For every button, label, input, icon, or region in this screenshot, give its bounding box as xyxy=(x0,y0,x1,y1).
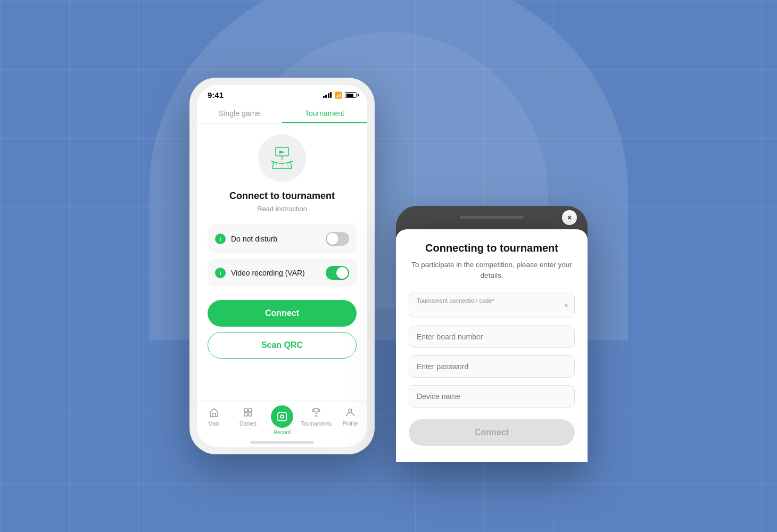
svg-rect-7 xyxy=(244,409,247,412)
home-indicator xyxy=(197,437,367,447)
device-name-field-wrap xyxy=(409,385,575,408)
tournaments-icon xyxy=(309,405,323,419)
modal-phone: × Connecting to tournament To participat… xyxy=(396,206,588,462)
tournament-icon-wrap xyxy=(258,134,306,182)
svg-point-13 xyxy=(349,409,352,412)
video-recording-toggle[interactable] xyxy=(326,266,349,280)
password-field-wrap xyxy=(409,355,575,378)
do-not-disturb-label: Do not disturb xyxy=(231,235,320,243)
nav-main[interactable]: Main xyxy=(197,405,231,435)
board-number-field-wrap xyxy=(409,326,575,348)
modal-dark-header: × xyxy=(396,206,588,229)
wifi-icon: 📶 xyxy=(334,92,342,99)
modal-notch xyxy=(460,216,524,219)
home-icon xyxy=(207,405,221,419)
tournament-illustration xyxy=(266,142,298,174)
nav-games[interactable]: Games xyxy=(231,405,265,435)
svg-line-4 xyxy=(276,162,277,169)
nav-main-label: Main xyxy=(208,421,220,427)
svg-rect-9 xyxy=(244,413,247,416)
status-icons: 📶 xyxy=(323,92,357,99)
tab-tournament[interactable]: Tournament xyxy=(282,103,367,123)
info-icon-2: i xyxy=(215,268,226,278)
svg-marker-1 xyxy=(279,151,285,154)
device-name-input[interactable] xyxy=(409,385,575,408)
nav-tournaments-label: Tournaments xyxy=(301,421,332,427)
record-icon xyxy=(271,405,293,428)
svg-point-12 xyxy=(280,415,284,418)
svg-rect-10 xyxy=(249,413,252,416)
video-recording-row: i Video recording (VAR) xyxy=(208,259,357,287)
read-instruction: Read instruction xyxy=(257,205,307,213)
nav-tournaments[interactable]: Tournaments xyxy=(299,405,333,435)
profile-icon xyxy=(343,405,357,419)
tab-bar: Single game Tournament xyxy=(197,103,367,123)
modal-content: Connecting to tournament To participate … xyxy=(396,229,588,462)
password-input[interactable] xyxy=(409,355,575,378)
games-icon xyxy=(241,405,255,419)
phone-1: 9:41 📶 Single game Tourn xyxy=(189,78,375,454)
tournament-code-input-box[interactable]: Tournament connection code* xyxy=(409,293,575,318)
info-icon-1: i xyxy=(215,234,226,244)
tournament-code-field-wrap: Tournament connection code* × xyxy=(409,293,575,318)
status-bar: 9:41 📶 xyxy=(197,85,367,103)
video-recording-label: Video recording (VAR) xyxy=(231,269,320,277)
status-time: 9:41 xyxy=(208,90,224,99)
tournament-code-input[interactable] xyxy=(417,305,539,313)
nav-profile[interactable]: Profile xyxy=(333,405,367,435)
svg-rect-8 xyxy=(249,409,252,412)
svg-rect-11 xyxy=(278,412,286,421)
input-clear-icon[interactable]: × xyxy=(564,301,568,310)
modal-connect-button[interactable]: Connect xyxy=(409,419,575,446)
modal-close-button[interactable]: × xyxy=(562,210,577,225)
modal-title: Connecting to tournament xyxy=(409,242,575,254)
connect-title: Connect to tournament xyxy=(229,190,335,202)
do-not-disturb-row: i Do not disturb xyxy=(208,225,357,253)
modal-description: To participate in the competition, pleas… xyxy=(409,260,575,281)
nav-record[interactable]: Record xyxy=(265,405,299,435)
do-not-disturb-toggle[interactable] xyxy=(326,232,349,246)
board-number-input[interactable] xyxy=(409,326,575,348)
tournament-code-label: Tournament connection code* xyxy=(417,297,553,304)
nav-profile-label: Profile xyxy=(343,421,358,427)
connect-button[interactable]: Connect xyxy=(208,300,357,327)
battery-icon xyxy=(345,92,357,98)
scan-qrc-button[interactable]: Scan QRC xyxy=(208,332,357,359)
phone-content: Connect to tournament Read instruction i… xyxy=(197,123,367,401)
signal-icon xyxy=(323,92,332,98)
bottom-nav: Main Games xyxy=(197,401,367,437)
tab-single-game[interactable]: Single game xyxy=(197,103,282,123)
svg-line-6 xyxy=(287,162,288,169)
nav-record-label: Record xyxy=(274,429,291,435)
nav-games-label: Games xyxy=(239,421,257,427)
